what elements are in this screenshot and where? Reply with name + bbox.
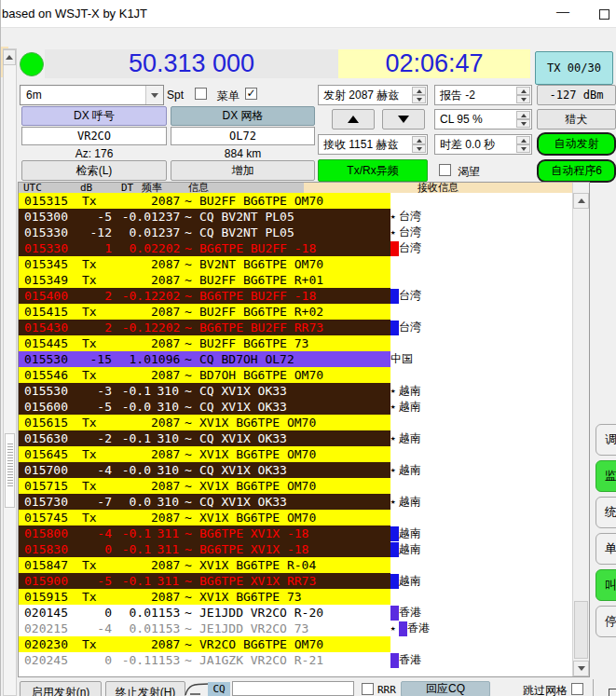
decode-row[interactable]: 015445Tx2087~BU2FF BG6TPE 73 (19, 335, 572, 351)
free-message-input[interactable] (232, 681, 354, 696)
decode-row[interactable]: 015915Tx2087~XV1X BG6TPE 73 (19, 589, 572, 605)
decode-cell: 015415 (24, 304, 71, 320)
side-button-4[interactable]: 单 (595, 533, 616, 565)
decode-row[interactable]: 015900-5-0.1311~BG6TPE XV1X RR73越南 (19, 573, 572, 589)
skip-grid-label: 跳过网格 (523, 683, 568, 696)
decode-cell: BG6TPE XV1X -18 (199, 541, 308, 557)
halt-tx-button[interactable]: 终止发射(H) (105, 681, 185, 696)
decode-cell: 1.0 (112, 351, 151, 367)
clipped-corner-mark (609, 689, 616, 696)
decode-row[interactable]: 015415Tx2087~BU2FF BG6TPE R+02 (19, 304, 572, 320)
decode-cell: BG6TPE BU2FF -18 (199, 240, 316, 256)
decode-row[interactable]: 0202450-0.11153~JA1GZK VR2CO R-21香港 (19, 652, 572, 668)
decode-row[interactable]: 0154002-0.12202~BG6TPE BU2FF -18台湾 (19, 288, 572, 304)
decode-row[interactable]: 015645Tx2087~XV1X BG6TPE OM70 (19, 446, 572, 462)
decode-cell: 015530 (24, 383, 71, 399)
dbm-button[interactable]: -127 dBm (537, 85, 616, 105)
add-button[interactable]: 增加 (171, 160, 315, 181)
decode-row[interactable]: 015745Tx2087~XV1X BG6TPE OM70 (19, 510, 572, 525)
side-button-3[interactable]: 统 (595, 497, 616, 528)
new-entity-marker-icon (390, 526, 399, 541)
dx-grid-header-button[interactable]: DX 网格 (171, 106, 315, 126)
skip-grid-checkbox[interactable] (571, 683, 583, 695)
decode-cell: Tx (71, 478, 112, 494)
band-select[interactable]: 6m (20, 85, 164, 105)
left-scroll-up-icon[interactable] (3, 49, 16, 65)
decode-cell: -5 (71, 209, 112, 225)
decode-row[interactable]: 015530-151.01096~CQ BD7OH OL72中国 (19, 351, 572, 367)
decode-row[interactable]: 015700-4-0.0310~CQ XV1X OK33★越南 (19, 462, 572, 478)
decode-row[interactable]: 015730-70.0310~CQ XV1X OK33★越南 (19, 494, 572, 510)
table-scroll-up-icon[interactable] (573, 193, 589, 209)
decode-cell: 2087 (151, 272, 179, 288)
decode-cell: 015315 (24, 193, 71, 209)
rx-frequency-spinner[interactable]: 接收 1151 赫兹 (318, 134, 428, 155)
decode-cell: CQ XV1X OK33 (199, 399, 287, 415)
decode-row[interactable]: 015345Tx2087~BV2NT BG6TPE OM70 (19, 256, 572, 272)
left-scrollbar-thumb[interactable] (5, 433, 15, 508)
left-scrollbar[interactable] (3, 48, 17, 696)
table-scrollbar-thumb[interactable] (574, 601, 588, 659)
auto-tx-button[interactable]: 自动发射 (537, 132, 616, 156)
side-button-1[interactable]: 调 (595, 424, 616, 456)
decode-cell: 015600 (24, 399, 71, 415)
cq-chip[interactable]: CQ (208, 682, 230, 696)
auto-program-button[interactable]: 自动程序6 (537, 159, 616, 183)
decode-row[interactable]: 015530-3-0.1310~CQ XV1X OK33★越南 (19, 383, 572, 399)
decode-row[interactable]: 015847Tx2087~XV1X BG6TPE R-04 (19, 557, 572, 573)
side-button-6[interactable]: 停 (595, 606, 616, 637)
decode-cell: Tx (71, 589, 112, 605)
decode-row[interactable]: 015600-5-0.0310~CQ XV1X OK33★越南 (19, 399, 572, 415)
decode-cell: 015400 (24, 288, 71, 304)
report-spinner[interactable]: 报告 -2 (434, 85, 532, 105)
decode-row[interactable]: 015615Tx2087~XV1X BG6TPE OM70 (19, 415, 572, 430)
decode-cell: 015900 (24, 573, 71, 589)
tx-frequency-spinner[interactable]: 发射 2087 赫兹 (318, 85, 428, 105)
tx-counter-button[interactable]: TX 00/30 (535, 51, 613, 85)
time-offset-spinner[interactable]: 时差 0.0 秒 (434, 134, 532, 155)
dx-call-field[interactable]: VR2CO (21, 127, 167, 145)
maximize-button[interactable] (588, 0, 616, 26)
rrr-checkbox[interactable] (362, 683, 374, 695)
split-mode-button[interactable]: Tx/Rx异频 (318, 159, 428, 182)
decode-row-annotation: 台湾 (390, 240, 421, 256)
freq-down-button[interactable] (382, 109, 425, 130)
reply-cq-button[interactable]: 回应CQ (401, 681, 490, 696)
decode-row[interactable]: 020215-40.01153~JE1JDD VR2CO 73★香港 (19, 621, 572, 636)
decode-row[interactable]: 02014500.01153~JE1JDD VR2CO R-20香港 (19, 605, 572, 621)
decode-row[interactable]: 01533010.02202~BG6TPE BU2FF -18台湾 (19, 240, 572, 256)
decode-row-annotation: 越南 (390, 525, 421, 541)
decode-row[interactable]: 015800-4-0.1311~BG6TPE XV1X -18越南 (19, 525, 572, 541)
lookup-button[interactable]: 检索(L) (21, 160, 167, 181)
eager-checkbox[interactable] (439, 164, 451, 176)
enable-tx-button[interactable]: 启用发射(n) (20, 681, 102, 696)
decode-row[interactable]: 015546Tx2087~BD7OH BG6TPE OM70 (19, 367, 572, 383)
hound-button[interactable]: 猎犬 (537, 109, 616, 130)
menu-checkbox[interactable]: ✓ (245, 88, 257, 100)
freq-up-button[interactable] (332, 109, 375, 130)
decode-cell: 2087 (151, 557, 179, 573)
decode-cell: 310 (151, 462, 179, 478)
decode-row[interactable]: 0154302-0.12202~BG6TPE BU2FF RR73台湾 (19, 320, 572, 335)
decode-row[interactable]: 015715Tx2087~XV1X BG6TPE OM70 (19, 478, 572, 494)
decode-cell: 310 (151, 494, 179, 510)
decode-cell: 015546 (24, 367, 71, 383)
table-scroll-down-icon[interactable] (573, 661, 589, 676)
decode-row[interactable]: 015330-120.01237~CQ BV2NT PL05★台湾 (19, 225, 572, 240)
spt-checkbox[interactable] (195, 88, 207, 100)
decode-row[interactable]: 020230Tx2087~VR2CO BG6TPE OM70 (19, 636, 572, 652)
decode-cell: -4 (71, 462, 112, 478)
decode-row-band: 015847Tx2087~XV1X BG6TPE R-04 (19, 557, 390, 573)
decode-row[interactable]: 015349Tx2087~BU2FF BG6TPE R+01 (19, 272, 572, 288)
decode-row[interactable]: 015630-2-0.1310~CQ XV1X OK33★越南 (19, 430, 572, 446)
side-button-2[interactable]: 监 (595, 460, 616, 492)
decode-row[interactable]: 015300-5-0.01237~CQ BV2NT PL05★台湾 (19, 209, 572, 225)
dx-call-header-button[interactable]: DX 呼号 (21, 106, 167, 126)
dx-grid-field[interactable]: OL72 (171, 127, 315, 145)
decode-row[interactable]: 015315Tx2087~BU2FF BG6TPE OM70 (19, 193, 572, 209)
chevron-down-icon[interactable] (145, 86, 163, 104)
side-button-5[interactable]: 叫 (595, 569, 616, 601)
cl-spinner[interactable]: CL 95 % (434, 109, 532, 130)
decode-row[interactable]: 0158300-0.1311~BG6TPE XV1X -18越南 (19, 541, 572, 557)
minimize-button[interactable]: — (547, 0, 579, 26)
